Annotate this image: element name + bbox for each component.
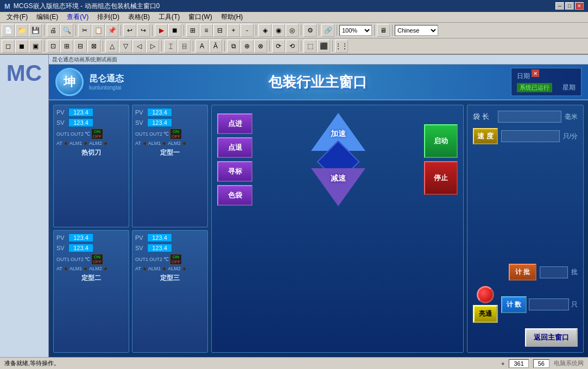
tb2-11[interactable]: ▷ bbox=[146, 40, 159, 53]
decel-group: 减速 bbox=[311, 168, 365, 206]
tb2-sep4 bbox=[193, 41, 193, 52]
tb2-3[interactable]: ▣ bbox=[29, 40, 42, 53]
tb-link[interactable]: 🔗 bbox=[321, 24, 334, 37]
alm2-dot-2 bbox=[182, 142, 186, 145]
tb-run[interactable]: ▶ bbox=[155, 24, 168, 37]
tb-extra1[interactable]: ◈ bbox=[258, 24, 271, 37]
tb-extra3[interactable]: ◎ bbox=[286, 24, 299, 37]
tb-redo[interactable]: ↪ bbox=[137, 24, 150, 37]
tb2-13[interactable]: ⌸ bbox=[178, 40, 191, 53]
tb2-22[interactable]: ⬛ bbox=[317, 40, 330, 53]
zoom-selector[interactable]: 100% bbox=[339, 25, 372, 36]
tb2-21[interactable]: ⬚ bbox=[304, 40, 317, 53]
tb-monitor[interactable]: 🖥 bbox=[377, 24, 390, 37]
menu-table[interactable]: 表格(B) bbox=[124, 11, 154, 23]
minimize-button[interactable]: ─ bbox=[555, 2, 564, 10]
alm2-label-3: ALM2 bbox=[89, 266, 102, 271]
tb2-sep3 bbox=[161, 41, 162, 52]
tb2-12[interactable]: ⌶ bbox=[164, 40, 177, 53]
tb-save[interactable]: 💾 bbox=[29, 24, 42, 37]
start-stop-btns: 启动 停止 bbox=[424, 124, 458, 195]
pid-panel-shape3: PV 123.4 SV 123.4 OUT1 OUT2 ℃ ON bbox=[132, 230, 208, 353]
control-area: PV 123.4 SV 123.4 OUT1 OUT2 ℃ ON bbox=[49, 100, 588, 357]
tb-snap[interactable]: ⊟ bbox=[213, 24, 226, 37]
tb2-19[interactable]: ⟳ bbox=[272, 40, 285, 53]
tb2-15[interactable]: Ā bbox=[209, 40, 222, 53]
company-name-cn: 昆仑通态 bbox=[89, 73, 124, 85]
tb2-14[interactable]: A bbox=[195, 40, 208, 53]
breadcrumb-text: 昆仑通态动画系统测试画面 bbox=[52, 56, 117, 63]
tb-undo[interactable]: ↩ bbox=[123, 24, 136, 37]
tb2-6[interactable]: ⊟ bbox=[74, 40, 87, 53]
tb-cut[interactable]: ✂ bbox=[78, 24, 91, 37]
find-mark-button[interactable]: 寻标 bbox=[217, 161, 252, 182]
color-bag-button[interactable]: 色袋 bbox=[217, 185, 252, 206]
speed-input[interactable] bbox=[501, 130, 560, 142]
step-back-button[interactable]: 点退 bbox=[217, 137, 252, 158]
tb-props[interactable]: ⚙ bbox=[304, 24, 317, 37]
tb-open[interactable]: 📁 bbox=[15, 24, 28, 37]
out2-label-2: OUT2 bbox=[149, 131, 162, 137]
bag-length-input[interactable] bbox=[498, 111, 561, 123]
tb-copy[interactable]: 📋 bbox=[92, 24, 105, 37]
language-selector[interactable]: Chinese bbox=[395, 25, 438, 36]
tb-align[interactable]: ≡ bbox=[200, 24, 213, 37]
tb2-8[interactable]: △ bbox=[105, 40, 118, 53]
week-label: 星期 bbox=[562, 83, 576, 92]
tb2-20[interactable]: ⟲ bbox=[286, 40, 299, 53]
count-num-input[interactable] bbox=[529, 298, 569, 310]
return-button[interactable]: 返回主窗口 bbox=[525, 328, 578, 347]
count-num-button[interactable]: 计 数 bbox=[501, 296, 527, 313]
menu-file[interactable]: 文件(F) bbox=[2, 11, 32, 23]
tb2-5[interactable]: ⊞ bbox=[60, 40, 73, 53]
watermark-text: 电脑系统网 bbox=[554, 359, 584, 367]
tb-print[interactable]: 🖨 bbox=[47, 24, 60, 37]
tb-paste[interactable]: 📌 bbox=[105, 24, 118, 37]
tb2-16[interactable]: ⧉ bbox=[227, 40, 240, 53]
tb2-7[interactable]: ⊠ bbox=[87, 40, 100, 53]
close-button[interactable]: ✕ bbox=[575, 2, 584, 10]
speed-button[interactable]: 速 度 bbox=[473, 128, 498, 144]
tb-new[interactable]: 📄 bbox=[2, 24, 15, 37]
liangtong-button[interactable]: 亮通 bbox=[473, 305, 498, 323]
tb-zoom-in[interactable]: + bbox=[227, 24, 240, 37]
tb2-4[interactable]: ⊡ bbox=[47, 40, 60, 53]
count-batch-button[interactable]: 计 批 bbox=[509, 264, 536, 281]
tb2-23[interactable]: ⋮⋮ bbox=[335, 40, 348, 53]
return-btn-wrapper: 返回主窗口 bbox=[473, 328, 578, 347]
tb2-1[interactable]: ◻ bbox=[2, 40, 15, 53]
switch-off-4: OFF bbox=[172, 259, 180, 264]
step-fwd-button[interactable]: 点进 bbox=[217, 113, 252, 134]
status-coord-y: 56 bbox=[533, 359, 549, 368]
start-button[interactable]: 启动 bbox=[424, 124, 458, 158]
menu-edit[interactable]: 编辑(E) bbox=[32, 11, 62, 23]
menu-tools[interactable]: 工具(T) bbox=[154, 11, 184, 23]
switch-on-3: ON bbox=[94, 255, 100, 259]
tb2-9[interactable]: ▽ bbox=[119, 40, 132, 53]
menu-window[interactable]: 窗口(W) bbox=[184, 11, 216, 23]
batch-input[interactable] bbox=[540, 266, 568, 278]
menu-view[interactable]: 查看(V) bbox=[62, 11, 93, 23]
stop-button[interactable]: 停止 bbox=[424, 161, 458, 195]
menu-help[interactable]: 帮助(H) bbox=[217, 11, 248, 23]
close-inner-btn[interactable]: ✕ bbox=[532, 69, 539, 77]
tb-extra2[interactable]: ◉ bbox=[272, 24, 285, 37]
date-row: 日期 bbox=[517, 72, 576, 81]
menu-arrange[interactable]: 排列(D) bbox=[93, 11, 124, 23]
switch-on-4: ON bbox=[173, 255, 179, 259]
tb-grid[interactable]: ⊞ bbox=[186, 24, 199, 37]
maximize-button[interactable]: □ bbox=[565, 2, 574, 10]
sv-value-4: 123.4 bbox=[147, 244, 172, 252]
tb2-10[interactable]: ◁ bbox=[132, 40, 146, 53]
at-dot-3 bbox=[64, 267, 68, 271]
tb2-2[interactable]: ◼ bbox=[15, 40, 28, 53]
app-icon: M bbox=[4, 2, 10, 10]
tb2-18[interactable]: ⊗ bbox=[254, 40, 267, 53]
tb-zoom-out[interactable]: - bbox=[241, 24, 254, 37]
tb-stop-run[interactable]: ⏹ bbox=[168, 24, 181, 37]
pid-panel-heat-cutter: PV 123.4 SV 123.4 OUT1 OUT2 ℃ ON bbox=[53, 105, 129, 227]
tb-preview[interactable]: 🔍 bbox=[60, 24, 73, 37]
window-title: MCGS嵌入版组态环境 - 动画组态包装机械主窗口0 bbox=[14, 2, 160, 11]
tb2-17[interactable]: ⊕ bbox=[241, 40, 254, 53]
temp-label-4: ℃ bbox=[163, 257, 169, 262]
